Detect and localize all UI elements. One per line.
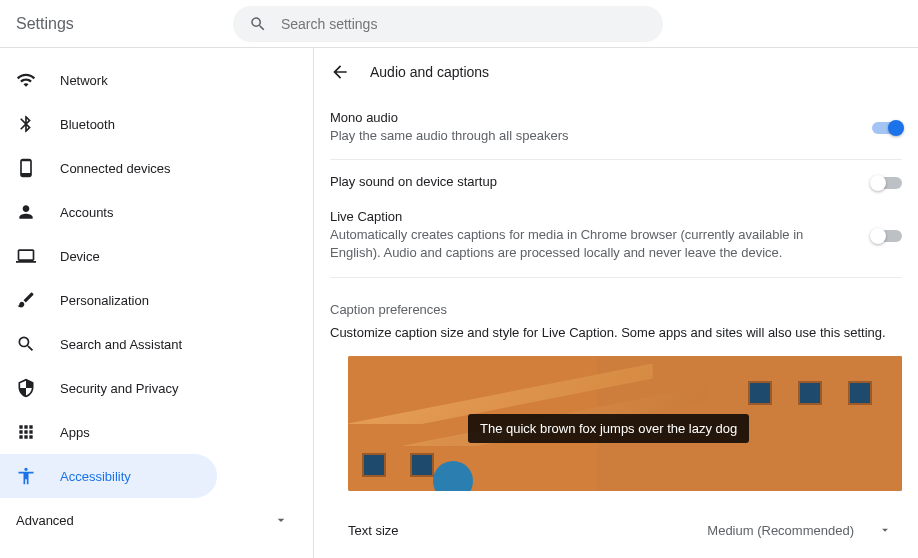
sidebar-item-apps[interactable]: Apps xyxy=(0,410,297,454)
setting-text: Mono audio Play the same audio through a… xyxy=(330,110,848,145)
brush-icon xyxy=(16,290,36,310)
sidebar-item-label: Apps xyxy=(60,425,90,440)
toggle-thumb xyxy=(888,120,904,136)
search-input[interactable] xyxy=(281,16,647,32)
wifi-icon xyxy=(16,70,36,90)
sidebar-item-label: Accounts xyxy=(60,205,113,220)
sidebar-item-device[interactable]: Device xyxy=(0,234,297,278)
text-size-value: Medium (Recommended) xyxy=(707,523,854,538)
app-header: Settings xyxy=(0,0,918,48)
bluetooth-icon xyxy=(16,114,36,134)
page-heading: Audio and captions xyxy=(314,48,918,96)
toggle-thumb xyxy=(870,228,886,244)
app-title: Settings xyxy=(16,15,74,33)
sidebar-item-label: Accessibility xyxy=(60,469,131,484)
caption-prefs-desc: Customize caption size and style for Liv… xyxy=(314,325,918,356)
mono-audio-toggle[interactable] xyxy=(872,121,902,135)
phone-icon xyxy=(16,158,36,178)
chevron-down-icon xyxy=(273,512,289,528)
sidebar-item-label: Security and Privacy xyxy=(60,381,179,396)
sidebar-item-label: Connected devices xyxy=(60,161,171,176)
sidebar-item-personalization[interactable]: Personalization xyxy=(0,278,297,322)
sidebar-item-security-privacy[interactable]: Security and Privacy xyxy=(0,366,297,410)
setting-text: Live Caption Automatically creates capti… xyxy=(330,209,848,262)
apps-icon xyxy=(16,422,36,442)
live-caption-toggle[interactable] xyxy=(872,229,902,243)
sidebar-item-accounts[interactable]: Accounts xyxy=(0,190,297,234)
accessibility-icon xyxy=(16,466,36,486)
sidebar-item-connected-devices[interactable]: Connected devices xyxy=(0,146,297,190)
search-icon xyxy=(16,334,36,354)
sidebar-item-label: Bluetooth xyxy=(60,117,115,132)
sidebar-item-label: Network xyxy=(60,73,108,88)
setting-desc: Automatically creates captions for media… xyxy=(330,226,848,262)
sidebar-item-label: Device xyxy=(60,249,100,264)
search-box[interactable] xyxy=(233,6,663,42)
setting-text: Play sound on device startup xyxy=(330,174,848,191)
sidebar-nav: Network Bluetooth Connected devices Acco… xyxy=(0,58,313,558)
shield-icon xyxy=(16,378,36,398)
sidebar-item-label: Search and Assistant xyxy=(60,337,182,352)
back-arrow-icon[interactable] xyxy=(330,62,350,82)
sidebar-item-bluetooth[interactable]: Bluetooth xyxy=(0,102,297,146)
sidebar-item-search-assistant[interactable]: Search and Assistant xyxy=(0,322,297,366)
sidebar-item-label: Personalization xyxy=(60,293,149,308)
caption-preview-image: The quick brown fox jumps over the lazy … xyxy=(348,356,902,491)
text-size-select[interactable]: Medium (Recommended) xyxy=(697,517,902,544)
advanced-label: Advanced xyxy=(16,513,74,528)
setting-desc: Play the same audio through all speakers xyxy=(330,127,848,145)
sidebar-about[interactable]: About ChromeOS xyxy=(0,542,313,558)
chevron-down-icon xyxy=(878,523,892,537)
setting-title: Live Caption xyxy=(330,209,848,224)
startup-sound-toggle[interactable] xyxy=(872,176,902,190)
toggle-thumb xyxy=(870,175,886,191)
sidebar: Network Bluetooth Connected devices Acco… xyxy=(0,48,314,558)
sidebar-advanced-toggle[interactable]: Advanced xyxy=(0,498,313,542)
sidebar-item-network[interactable]: Network xyxy=(0,58,297,102)
setting-title: Mono audio xyxy=(330,110,848,125)
caption-preview-text: The quick brown fox jumps over the lazy … xyxy=(468,414,749,443)
setting-title: Play sound on device startup xyxy=(330,174,848,189)
laptop-icon xyxy=(16,246,36,266)
main-panel: Audio and captions Mono audio Play the s… xyxy=(314,48,918,558)
setting-mono-audio: Mono audio Play the same audio through a… xyxy=(330,96,902,160)
setting-startup-sound: Play sound on device startup xyxy=(330,160,902,205)
setting-live-caption: Live Caption Automatically creates capti… xyxy=(330,205,902,277)
search-wrap xyxy=(233,6,663,42)
text-size-row: Text size Medium (Recommended) xyxy=(314,507,918,544)
text-size-label: Text size xyxy=(348,523,399,538)
search-icon xyxy=(249,15,267,33)
content-area: Network Bluetooth Connected devices Acco… xyxy=(0,48,918,558)
person-icon xyxy=(16,202,36,222)
audio-settings-group: Mono audio Play the same audio through a… xyxy=(314,96,918,278)
page-title: Audio and captions xyxy=(370,64,489,80)
sidebar-item-accessibility[interactable]: Accessibility xyxy=(0,454,217,498)
caption-prefs-heading: Caption preferences xyxy=(314,302,918,325)
